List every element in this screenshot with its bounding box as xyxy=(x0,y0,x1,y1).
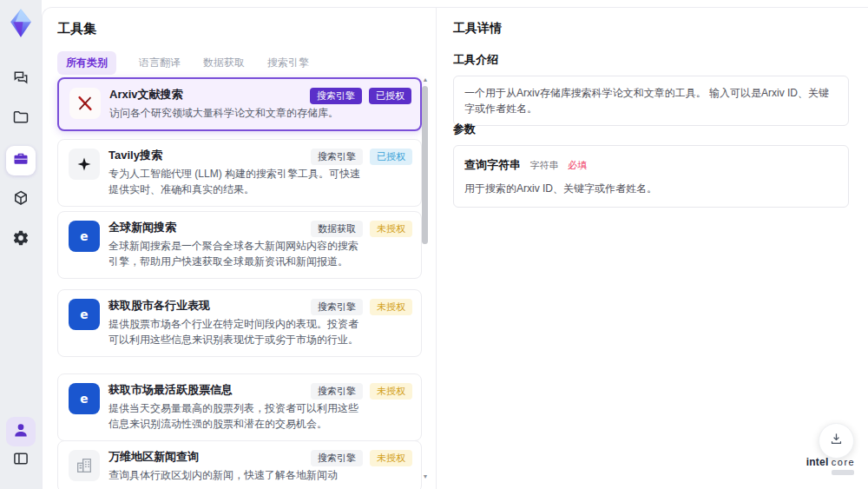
sidebar-item-tools[interactable] xyxy=(6,146,36,175)
category-badge: 搜索引擎 xyxy=(311,299,363,315)
news-app-icon: e xyxy=(69,221,100,252)
auth-status-badge: 未授权 xyxy=(370,299,412,315)
category-badge: 搜索引擎 xyxy=(311,149,363,165)
svg-text:e: e xyxy=(80,229,88,243)
tool-card-tavily[interactable]: Tavily搜索 专为人工智能代理 (LLM) 构建的搜索引擎工具。可快速提供实… xyxy=(57,139,422,207)
tool-desc: 全球新闻搜索是一个聚合全球各大新闻网站内容的搜索引擎，帮助用户快速获取全球最新资… xyxy=(108,238,362,269)
param-type: 字符串 xyxy=(529,160,558,170)
scroll-up-icon[interactable]: ▲ xyxy=(421,76,430,83)
tool-desc: 专为人工智能代理 (LLM) 构建的搜索引擎工具。可快速提供实时、准确和真实的结… xyxy=(108,166,362,197)
tab-language-translation[interactable]: 语言翻译 xyxy=(139,51,181,75)
category-badge: 搜索引擎 xyxy=(311,450,363,466)
tool-card-regional-news[interactable]: 万维地区新闻查询 查询具体行政区划内的新闻，快速了解各地新闻动 搜索引擎 未授权 xyxy=(57,440,422,489)
category-badge: 搜索引擎 xyxy=(311,383,363,400)
brand-intel: intel xyxy=(806,456,829,468)
app-window: 工具集 所有类别 语言翻译 数据获取 搜索引擎 Arxiv文献搜索 访问各个研究… xyxy=(0,0,868,489)
auth-status-badge: 已授权 xyxy=(369,88,411,104)
panel-layout-icon xyxy=(12,450,30,471)
svg-text:e: e xyxy=(80,307,88,321)
app-logo-icon[interactable] xyxy=(8,8,34,39)
auth-status-badge: 未授权 xyxy=(370,221,412,237)
tool-card-active-stocks[interactable]: e 获取市场最活跃股票信息 提供当天交易量最高的股票列表，投资者可以利用这些信息… xyxy=(57,373,422,441)
svg-text:e: e xyxy=(80,392,88,406)
detail-panel-title: 工具详情 xyxy=(453,21,502,36)
tool-card-sector-performance[interactable]: e 获取股市各行业表现 提供股票市场各个行业在特定时间段内的表现。投资者可以利用… xyxy=(57,289,422,357)
download-icon xyxy=(829,432,844,450)
param-required-badge: 必填 xyxy=(568,160,587,170)
scrollbar-thumb[interactable] xyxy=(422,86,428,244)
brand-sub-badge xyxy=(832,470,854,475)
building-icon xyxy=(69,450,100,481)
finance-app-icon: e xyxy=(69,299,100,330)
params-heading: 参数 xyxy=(453,122,476,137)
intel-core-logo: intel core xyxy=(806,456,856,468)
category-badge: 数据获取 xyxy=(311,221,363,237)
toolbox-icon xyxy=(12,150,30,171)
tab-all-categories[interactable]: 所有类别 xyxy=(57,51,116,75)
category-tabs: 所有类别 语言翻译 数据获取 搜索引擎 xyxy=(57,51,309,75)
tab-data-acquisition[interactable]: 数据获取 xyxy=(203,51,245,75)
sidebar-item-files[interactable] xyxy=(6,104,36,134)
auth-status-badge: 未授权 xyxy=(370,383,412,400)
brand-core: core xyxy=(832,457,855,467)
param-desc: 用于搜索的Arxiv ID、关键字或作者姓名。 xyxy=(464,181,838,196)
parameter-card: 查询字符串 字符串 必填 用于搜索的Arxiv ID、关键字或作者姓名。 xyxy=(453,145,849,208)
sidebar-item-packages[interactable] xyxy=(6,185,36,215)
download-button[interactable] xyxy=(819,423,854,459)
tool-card-global-news[interactable]: e 全球新闻搜索 全球新闻搜索是一个聚合全球各大新闻网站内容的搜索引擎，帮助用户… xyxy=(57,211,422,279)
auth-status-badge: 未授权 xyxy=(370,450,412,466)
sidebar-item-account[interactable] xyxy=(6,417,36,446)
list-scrollbar[interactable]: ▲ ▼ xyxy=(421,76,430,479)
tab-search-engine[interactable]: 搜索引擎 xyxy=(267,51,309,75)
chat-icon xyxy=(12,69,30,90)
sidebar-item-collapse[interactable] xyxy=(6,446,36,475)
gear-icon xyxy=(12,229,30,250)
user-icon xyxy=(12,421,30,442)
tool-desc: 访问各个研究领域大量科学论文和文章的存储库。 xyxy=(109,105,363,121)
tool-desc: 提供股票市场各个行业在特定时间段内的表现。投资者可以利用这些信息来识别表现优于或… xyxy=(108,316,362,347)
sidebar-item-chat[interactable] xyxy=(6,65,36,95)
page-title: 工具集 xyxy=(57,21,96,37)
intro-heading: 工具介绍 xyxy=(453,52,498,68)
panel-divider xyxy=(436,8,437,489)
finance-app-icon: e xyxy=(69,383,100,414)
tool-desc: 提供当天交易量最高的股票列表，投资者可以利用这些信息来识别流动性强的股票和潜在的… xyxy=(108,400,362,432)
package-icon xyxy=(12,189,30,210)
category-badge: 搜索引擎 xyxy=(310,88,362,104)
tool-desc: 查询具体行政区划内的新闻，快速了解各地新闻动 xyxy=(108,467,362,483)
tool-card-arxiv[interactable]: Arxiv文献搜索 访问各个研究领域大量科学论文和文章的存储库。 搜索引擎 已授… xyxy=(57,77,422,131)
param-name: 查询字符串 xyxy=(464,158,521,171)
tool-intro-text: 一个用于从Arxiv存储库搜索科学论文和文章的工具。 输入可以是Arxiv ID… xyxy=(453,76,849,126)
left-sidebar xyxy=(0,0,42,489)
tavily-star-icon xyxy=(69,149,100,180)
auth-status-badge: 已授权 xyxy=(370,149,412,165)
sidebar-item-settings[interactable] xyxy=(6,225,36,254)
arxiv-logo-icon xyxy=(69,88,101,119)
folder-icon xyxy=(12,109,30,129)
scroll-down-icon[interactable]: ▼ xyxy=(421,473,430,479)
